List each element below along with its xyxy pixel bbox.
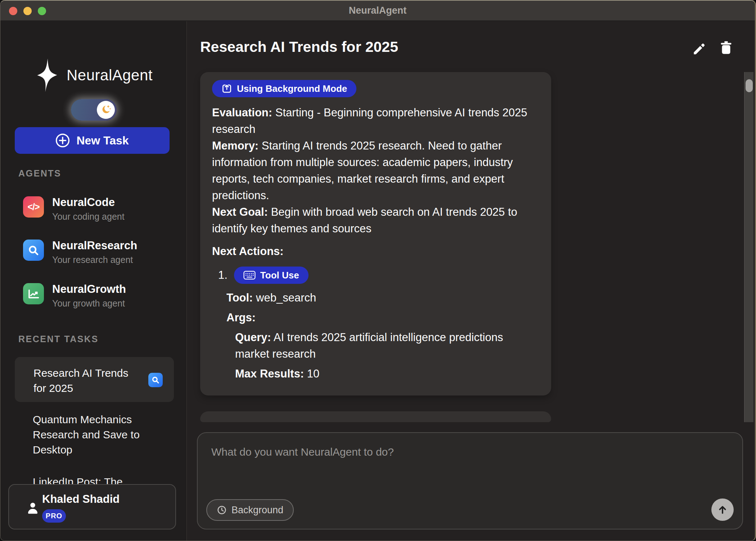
sidebar-item-neuralcode[interactable]: </> NeuralCode Your coding agent	[23, 196, 174, 225]
main-area: Research AI Trends for 2025 Using Backg	[187, 21, 756, 541]
sidebar: NeuralAgent New Task AGENTS </> Neural	[0, 21, 187, 541]
new-task-button[interactable]: New Task	[15, 127, 170, 154]
user-card[interactable]: Khaled Shadid PRO	[8, 484, 176, 529]
background-mode-button[interactable]: Background	[206, 499, 294, 521]
args-block: Query: AI trends 2025 artificial intelli…	[235, 329, 530, 382]
window-title: NeuralAgent	[349, 5, 407, 16]
args-label: Args:	[226, 311, 256, 324]
clock-icon	[217, 505, 227, 515]
brand-name: NeuralAgent	[67, 67, 153, 84]
search-icon	[23, 240, 44, 261]
message-body: Evaluation: Starting - Beginning compreh…	[212, 104, 532, 237]
pencil-icon	[691, 40, 708, 57]
agent-name: NeuralResearch	[52, 240, 137, 252]
tool-value: web_search	[256, 291, 316, 304]
minimize-window-button[interactable]	[23, 7, 32, 15]
agent-description: Your research agent	[52, 255, 137, 265]
action-item: 1. Tool Use	[218, 267, 539, 284]
tool-use-badge: Tool Use	[234, 267, 309, 284]
app-window: NeuralAgent NeuralAgent New Ta	[0, 0, 756, 541]
next-actions-heading: Next Actions:	[212, 245, 539, 258]
agent-name: NeuralCode	[52, 196, 125, 209]
dark-mode-toggle[interactable]	[71, 99, 117, 121]
background-mode-badge: Using Background Mode	[212, 80, 356, 97]
agent-name: NeuralGrowth	[52, 283, 126, 295]
brand-logo: NeuralAgent	[29, 54, 153, 96]
arrow-up-icon	[716, 504, 729, 516]
user-name: Khaled Shadid	[42, 493, 120, 506]
sparkle-logo-icon	[29, 54, 64, 96]
toggle-knob	[97, 101, 115, 119]
page-title: Research AI Trends for 2025	[200, 39, 398, 55]
keyboard-icon	[243, 270, 256, 280]
next-goal-label: Next Goal:	[212, 206, 268, 218]
action-details: Tool: web_search Args: Query: AI trends …	[226, 290, 539, 382]
agent-description: Your coding agent	[52, 211, 125, 222]
tool-label: Tool:	[226, 291, 253, 304]
avatar-icon	[26, 501, 40, 517]
max-results-value: 10	[307, 367, 319, 380]
max-results-label: Max Results:	[235, 367, 304, 380]
code-icon: </>	[23, 196, 44, 218]
moon-icon	[100, 104, 112, 116]
scrollbar-thumb[interactable]	[746, 79, 753, 92]
memory-label: Memory:	[212, 139, 258, 152]
close-window-button[interactable]	[9, 7, 17, 15]
task-input[interactable]	[198, 433, 742, 494]
edit-task-button[interactable]	[691, 40, 708, 57]
new-task-label: New Task	[76, 134, 129, 147]
recent-tasks-heading: RECENT TASKS	[18, 334, 99, 344]
scrollbar-track[interactable]	[744, 72, 753, 422]
background-mode-label: Background	[231, 505, 283, 516]
background-mode-icon	[221, 83, 232, 94]
next-message-peek	[200, 411, 551, 422]
plus-circle-icon	[55, 133, 70, 148]
sidebar-task[interactable]: Quantum Mechanics Research and Save to D…	[33, 412, 155, 457]
sidebar-item-neuralgrowth[interactable]: NeuralGrowth Your growth agent	[23, 283, 174, 312]
trash-icon	[718, 40, 734, 57]
send-button[interactable]	[711, 498, 734, 521]
badge-label: Using Background Mode	[237, 83, 347, 94]
sidebar-task-active[interactable]: Research AI Trends for 2025	[15, 357, 174, 402]
titlebar: NeuralAgent	[0, 1, 755, 21]
tool-use-label: Tool Use	[260, 270, 299, 281]
query-label: Query:	[235, 331, 271, 344]
plan-badge: PRO	[42, 509, 66, 523]
delete-task-button[interactable]	[718, 40, 734, 57]
action-number: 1.	[218, 269, 228, 282]
traffic-lights	[9, 7, 46, 15]
chart-icon	[23, 283, 44, 304]
evaluation-label: Evaluation:	[212, 106, 272, 119]
agents-heading: AGENTS	[18, 168, 61, 179]
sidebar-item-neuralresearch[interactable]: NeuralResearch Your research agent	[23, 240, 174, 268]
search-icon	[148, 373, 163, 387]
agent-description: Your growth agent	[52, 298, 126, 309]
query-value: AI trends 2025 artificial intelligence p…	[235, 331, 503, 360]
assistant-message-card: Using Background Mode Evaluation: Starti…	[200, 72, 551, 395]
task-title: Research AI Trends for 2025	[33, 366, 141, 396]
composer: Background	[197, 432, 743, 529]
zoom-window-button[interactable]	[38, 7, 46, 15]
